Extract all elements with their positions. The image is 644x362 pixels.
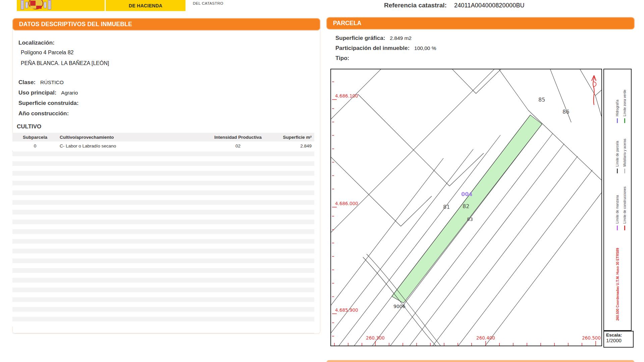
clase-label: Clase:	[18, 79, 36, 86]
cell-subparcela: 0	[12, 143, 58, 148]
northing-label-1: 4.686.100	[335, 93, 358, 99]
easting-label-2: 260.400	[476, 335, 495, 341]
directorate-name-text: DEL CATASTRO	[193, 1, 223, 5]
participacion-label: Participación del inmueble:	[335, 45, 410, 52]
legend-label: Mobiliario y aceras	[623, 139, 627, 167]
legend-label: Límite de parcela	[615, 141, 619, 167]
legend-entry-limite-construcciones: Límite de construcciones	[622, 180, 627, 231]
anio-construccion-label: Año construcción:	[18, 110, 69, 117]
limite-parcela-line-icon	[616, 168, 618, 174]
hidrografia-line-icon	[616, 118, 618, 123]
field-participacion: Participación del inmueble: 100,00 %	[335, 45, 436, 52]
field-superficie-grafica: Superficie gráfica: 2.849 m2	[335, 35, 412, 42]
uso-principal-label: Uso principal:	[18, 89, 56, 96]
northing-label-2: 4.686.000	[335, 201, 358, 206]
parcel-label-86: 86	[562, 109, 569, 115]
col-header-intensidad: Intensidad Productiva	[200, 135, 276, 140]
col-header-cultivo: Cultivo/aprovechamiento	[58, 135, 200, 140]
scale-label: Escala:	[606, 333, 631, 338]
section-header-datos-descriptivos: DATOS DESCRIPTIVOS DEL INMUEBLE	[12, 18, 320, 31]
section-header-parcela: PARCELA	[326, 17, 635, 29]
ministry-name-text: DE HACIENDA	[129, 3, 163, 8]
legend-label: Hidrografía	[615, 100, 619, 116]
participacion-value: 100,00 %	[414, 45, 436, 51]
mobiliario-line-icon	[624, 168, 626, 174]
cadastral-reference-value: 24011A004000820000BU	[454, 2, 525, 9]
col-header-subparcela: Subparcela	[12, 135, 58, 140]
zona-verde-line-icon	[624, 118, 626, 123]
northing-label-3: 4.685.900	[335, 307, 358, 313]
coat-of-arms-icon	[17, 0, 54, 11]
cultivo-table-header-row: Subparcela Cultivo/aprovechamiento Inten…	[12, 133, 314, 141]
uso-principal-value: Agrario	[61, 90, 78, 96]
legend-label: Límite de construcciones	[623, 186, 627, 224]
legend-entry-zona-verde: Límite zona verde	[622, 73, 627, 123]
superficie-construida-label: Superficie construida:	[18, 100, 78, 107]
cultivo-title: CULTIVO	[17, 123, 41, 130]
subparcel-label-004: 004	[461, 191, 472, 197]
utm-coordinates-note: 260.500 Coordenadas U.T.M. Huso 30 ETRS8…	[615, 230, 620, 321]
field-uso-principal: Uso principal: Agrario	[18, 89, 78, 96]
utm-note-text: 260.500 Coordenadas U.T.M. Huso 30 ETRS8…	[616, 248, 620, 321]
ministry-banner: DE HACIENDA	[17, 0, 185, 11]
cell-intensidad: 02	[200, 143, 276, 148]
tipo-label: Tipo:	[335, 55, 349, 62]
legend-label: Límite de manzana	[615, 195, 619, 224]
field-clase: Clase: RÚSTICO	[18, 79, 64, 86]
left-panel-bottom-edge	[12, 333, 314, 334]
parcel-label-9006: 9006	[393, 304, 406, 309]
northing-tick-marks	[332, 82, 337, 336]
clase-value: RÚSTICO	[40, 79, 64, 85]
superficie-grafica-value: 2.849 m2	[390, 35, 412, 41]
scale-value: 1/2000	[606, 338, 631, 343]
localizacion-line1: Polígono 4 Parcela 82	[21, 50, 73, 56]
limite-construcciones-line-icon	[624, 225, 626, 231]
next-section-bar-partial	[326, 360, 635, 362]
map-legend: Hidrografía Límite zona verde Límite de …	[603, 69, 632, 331]
map-scale-box: Escala: 1/2000	[603, 331, 634, 348]
field-superficie-construida: Superficie construida:	[18, 100, 83, 107]
cadastral-reference-header: Referencia catastral: 24011A004000820000…	[384, 2, 525, 9]
cell-superficie: 2.849	[276, 143, 314, 148]
cultivo-table-row: 0 C- Labor o Labradío secano 02 2.849	[12, 141, 314, 150]
field-tipo: Tipo:	[335, 55, 354, 62]
spain-coat-of-arms-logo	[17, 0, 106, 11]
easting-label-3: 260.500	[582, 335, 601, 341]
cadastral-map-svg: 4.686.100 4.686.000 4.685.900 260.300 26…	[331, 69, 601, 346]
section-title: DATOS DESCRIPTIVOS DEL INMUEBLE	[19, 21, 132, 28]
legend-entry-mobiliario: Mobiliario y aceras	[622, 123, 627, 174]
easting-tick-marks	[334, 341, 596, 346]
parcel-label-83: 83	[467, 217, 473, 222]
col-header-superficie: Superficie m²	[276, 135, 314, 140]
cell-cultivo: C- Labor o Labradío secano	[58, 143, 200, 148]
parcel-label-81: 81	[443, 204, 450, 210]
legend-entry-limite-manzana: Límite de manzana	[615, 180, 620, 231]
ministry-banner-text-section: DE HACIENDA	[106, 0, 185, 11]
field-anio-construccion: Año construcción:	[18, 110, 73, 117]
catastro-document-page: DE HACIENDA DEL CATASTRO Referencia cata…	[0, 0, 644, 362]
parcel-label-85: 85	[538, 97, 545, 103]
legend-entry-limite-parcela: Límite de parcela	[615, 123, 620, 174]
cultivo-table: Subparcela Cultivo/aprovechamiento Inten…	[12, 133, 314, 150]
superficie-grafica-label: Superficie gráfica:	[335, 35, 385, 42]
cadastral-reference-label: Referencia catastral:	[384, 2, 447, 9]
legend-label: Límite zona verde	[623, 90, 627, 117]
localizacion-line2: PEÑA BLANCA. LA BAÑEZA [LEÓN]	[21, 60, 109, 66]
section-title-parcela: PARCELA	[333, 20, 362, 27]
parcel-label-82: 82	[463, 203, 469, 209]
easting-label-1: 260.300	[366, 335, 385, 341]
localizacion-label: Localización:	[18, 40, 55, 46]
empty-table-stripes	[12, 152, 314, 326]
cadastral-map: 4.686.100 4.686.000 4.685.900 260.300 26…	[330, 69, 602, 346]
legend-entry-hidrografia: Hidrografía	[615, 73, 620, 123]
